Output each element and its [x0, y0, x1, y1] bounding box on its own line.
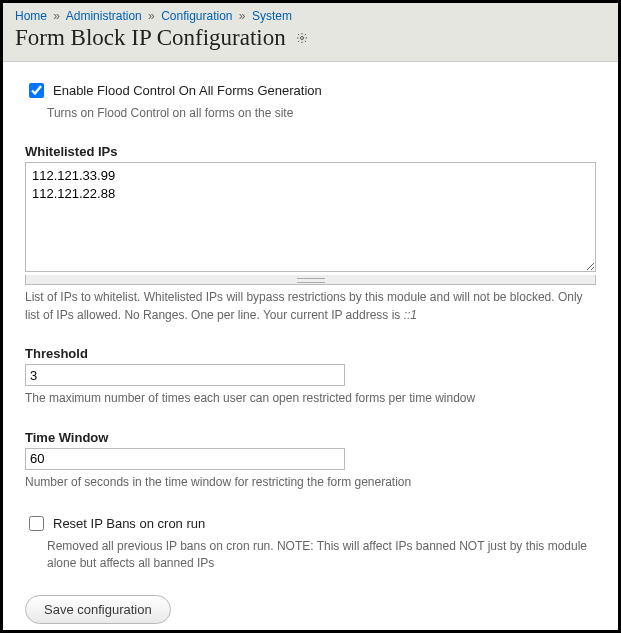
time-window-input[interactable]	[25, 448, 345, 470]
header-band: Home » Administration » Configuration » …	[3, 3, 618, 62]
threshold-input[interactable]	[25, 364, 345, 386]
breadcrumb-separator: »	[239, 9, 246, 23]
reset-bans-description: Removed all previous IP bans on cron run…	[47, 538, 596, 573]
whitelist-item: Whitelisted IPs List of IPs to whitelist…	[25, 144, 596, 324]
reset-bans-checkbox[interactable]	[29, 516, 44, 531]
page-title: Form Block IP Configuration	[15, 25, 606, 51]
threshold-description: The maximum number of times each user ca…	[25, 390, 596, 407]
current-ip-value: ::1	[404, 308, 417, 322]
form-content: Enable Flood Control On All Forms Genera…	[3, 62, 618, 633]
time-window-description: Number of seconds in the time window for…	[25, 474, 596, 491]
whitelist-label: Whitelisted IPs	[25, 144, 596, 159]
threshold-label: Threshold	[25, 346, 596, 361]
enable-flood-checkbox[interactable]	[29, 83, 44, 98]
reset-bans-item: Reset IP Bans on cron run Removed all pr…	[25, 513, 596, 573]
time-window-label: Time Window	[25, 430, 596, 445]
whitelist-description-text: List of IPs to whitelist. Whitelisted IP…	[25, 290, 583, 321]
enable-flood-label[interactable]: Enable Flood Control On All Forms Genera…	[53, 83, 322, 98]
enable-flood-item: Enable Flood Control On All Forms Genera…	[25, 80, 596, 122]
breadcrumb-system[interactable]: System	[252, 9, 292, 23]
whitelist-textarea[interactable]	[25, 162, 596, 272]
breadcrumb-administration[interactable]: Administration	[66, 9, 142, 23]
reset-bans-label[interactable]: Reset IP Bans on cron run	[53, 516, 205, 531]
threshold-item: Threshold The maximum number of times ea…	[25, 346, 596, 407]
save-configuration-button[interactable]: Save configuration	[25, 595, 171, 624]
form-actions: Save configuration	[25, 595, 596, 624]
breadcrumb-separator: »	[53, 9, 60, 23]
breadcrumb-separator: »	[148, 9, 155, 23]
breadcrumb-home[interactable]: Home	[15, 9, 47, 23]
time-window-item: Time Window Number of seconds in the tim…	[25, 430, 596, 491]
enable-flood-description: Turns on Flood Control on all forms on t…	[47, 105, 596, 122]
gear-icon[interactable]	[296, 32, 308, 44]
svg-point-0	[300, 37, 303, 40]
page-title-text: Form Block IP Configuration	[15, 25, 286, 51]
breadcrumb: Home » Administration » Configuration » …	[15, 9, 606, 23]
whitelist-description: List of IPs to whitelist. Whitelisted IP…	[25, 289, 596, 324]
textarea-resize-grippie[interactable]	[25, 275, 596, 285]
breadcrumb-configuration[interactable]: Configuration	[161, 9, 232, 23]
